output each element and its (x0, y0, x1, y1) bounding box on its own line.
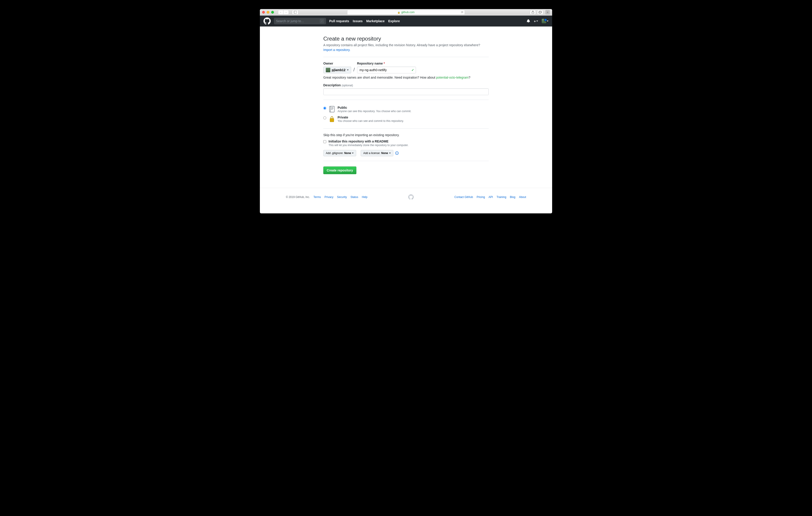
forward-button[interactable]: › (284, 10, 289, 14)
back-button[interactable]: ‹ (278, 10, 284, 14)
footer-blog[interactable]: Blog (510, 195, 516, 199)
lock-icon: 🔒 (397, 11, 400, 13)
sidebar-toggle[interactable] (292, 10, 298, 14)
footer: © 2019 GitHub, Inc. Terms Privacy Securi… (260, 188, 552, 213)
page-title: Create a new repository (323, 36, 489, 42)
readme-row[interactable]: Initialize this repository with a README… (323, 140, 489, 147)
minimize-window[interactable] (267, 11, 269, 13)
footer-training[interactable]: Training (497, 195, 506, 199)
notifications-icon[interactable] (526, 19, 530, 23)
close-window[interactable] (262, 11, 265, 13)
private-title: Private (338, 116, 404, 119)
description-input[interactable] (323, 88, 489, 95)
tabs-button[interactable] (537, 10, 543, 14)
private-desc: You choose who can see and commit to thi… (338, 119, 404, 123)
gitignore-select[interactable]: Add .gitignore: None (323, 150, 356, 156)
mac-titlebar: ‹ › 🔒 github.com ⟳ + (260, 9, 552, 16)
info-icon[interactable] (395, 151, 399, 155)
zoom-window[interactable] (271, 11, 274, 13)
skip-note: Skip this step if you're importing an ex… (323, 133, 489, 137)
create-repository-button[interactable]: Create repository (323, 166, 356, 174)
window-controls (262, 11, 274, 13)
nav-explore[interactable]: Explore (388, 19, 400, 23)
license-select[interactable]: Add a license: None (361, 150, 393, 156)
search-shortcut: / (320, 19, 324, 23)
public-title: Public (338, 106, 411, 110)
divider (323, 128, 489, 129)
nav-buttons: ‹ › (278, 10, 289, 14)
owner-select[interactable]: pjlamb12 (323, 67, 351, 73)
page-subtitle: A repository contains all project files,… (323, 43, 489, 52)
private-radio[interactable] (323, 116, 326, 119)
repo-icon (329, 106, 335, 113)
search-input[interactable]: Search or jump to… / (274, 18, 326, 24)
visibility-private-row[interactable]: Private You choose who can see and commi… (323, 114, 489, 124)
repo-name-label: Repository name * (357, 62, 416, 65)
url-bar[interactable]: 🔒 github.com ⟳ (347, 10, 465, 15)
search-placeholder: Search or jump to… (276, 19, 304, 23)
readme-desc: This will let you immediately clone the … (328, 144, 408, 147)
github-header: Search or jump to… / Pull requests Issue… (260, 16, 552, 27)
github-mark-icon[interactable] (408, 194, 414, 200)
new-tab-button[interactable]: + (545, 10, 550, 14)
footer-terms[interactable]: Terms (314, 195, 321, 199)
owner-value: pjlamb12 (332, 68, 346, 72)
svg-rect-10 (330, 118, 334, 122)
description-label: Description (optional) (323, 83, 489, 87)
create-menu[interactable]: + (534, 19, 538, 23)
public-radio[interactable] (323, 107, 326, 110)
footer-status[interactable]: Status (350, 195, 358, 199)
avatar (542, 19, 546, 23)
primary-nav: Pull requests Issues Marketplace Explore (329, 19, 400, 23)
owner-label: Owner (323, 62, 351, 65)
share-button[interactable] (530, 10, 536, 14)
name-suggestion-link[interactable]: potential-octo-telegram (436, 75, 468, 79)
url-host: github.com (401, 11, 415, 14)
footer-about[interactable]: About (519, 195, 526, 199)
path-separator: / (353, 67, 355, 73)
owner-avatar (326, 68, 330, 72)
check-icon: ✓ (411, 68, 414, 72)
caret-down-icon (352, 153, 354, 154)
browser-window: ‹ › 🔒 github.com ⟳ + Search or jump to… (260, 9, 552, 213)
name-helper: Great repository names are short and mem… (323, 75, 489, 79)
footer-pricing[interactable]: Pricing (477, 195, 485, 199)
footer-help[interactable]: Help (362, 195, 368, 199)
svg-rect-0 (294, 11, 297, 13)
reload-icon[interactable]: ⟳ (461, 11, 463, 14)
main-content: Create a new repository A repository con… (323, 36, 489, 179)
public-desc: Anyone can see this repository. You choo… (338, 110, 411, 113)
caret-down-icon (389, 153, 391, 154)
lock-icon (329, 116, 335, 122)
footer-security[interactable]: Security (337, 195, 347, 199)
divider (323, 161, 489, 161)
caret-down-icon (547, 21, 549, 22)
footer-privacy[interactable]: Privacy (324, 195, 333, 199)
footer-contact[interactable]: Contact GitHub (455, 195, 473, 199)
repo-name-input[interactable] (357, 67, 416, 73)
svg-rect-5 (329, 106, 334, 112)
caret-down-icon (536, 21, 538, 22)
footer-api[interactable]: API (489, 195, 493, 199)
copyright: © 2019 GitHub, Inc. (286, 195, 310, 199)
nav-marketplace[interactable]: Marketplace (366, 19, 385, 23)
caret-down-icon (347, 69, 349, 70)
nav-pull-requests[interactable]: Pull requests (329, 19, 349, 23)
readme-checkbox[interactable] (323, 140, 326, 143)
visibility-public-row[interactable]: Public Anyone can see this repository. Y… (323, 104, 489, 114)
nav-issues[interactable]: Issues (353, 19, 363, 23)
readme-title: Initialize this repository with a README (328, 140, 408, 143)
import-repo-link[interactable]: Import a repository. (323, 48, 350, 52)
user-menu[interactable] (542, 19, 549, 23)
github-logo[interactable] (263, 18, 271, 25)
